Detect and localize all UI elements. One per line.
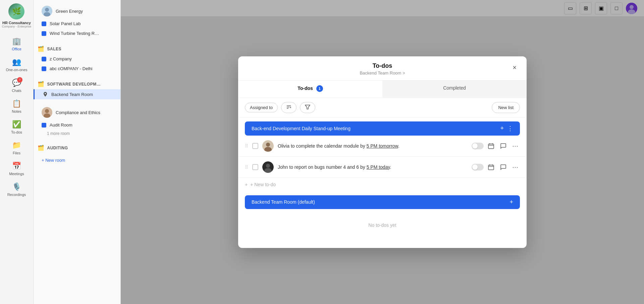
todo-checkbox-1[interactable] — [252, 143, 258, 149]
channel-group-header-compliance[interactable]: Compliance and Ethics — [34, 105, 120, 120]
channel-group-software-dev: 🗂️ Software Developm… Backend Team Room — [34, 75, 120, 101]
modal-toolbar: Assigned to — [238, 98, 527, 117]
office-icon: 🏢 — [12, 37, 21, 46]
new-todo-row-1[interactable]: + + New to-do — [238, 178, 527, 191]
drag-handle-2[interactable]: ⠿ — [245, 164, 248, 170]
sidebar-item-files[interactable]: 📁 Files — [0, 138, 33, 158]
channels-panel: Green Energy Solar Panel Lab Wind Turbin… — [34, 0, 121, 304]
svg-marker-12 — [305, 105, 310, 109]
todo-toggle-1[interactable] — [472, 143, 484, 149]
audit-room-label: Audit Room — [50, 122, 72, 128]
svg-point-21 — [266, 164, 270, 168]
sidebar-item-recordings[interactable]: 🎙️ Recordings — [0, 179, 33, 200]
sidebar-item-todos[interactable]: ✅ To-dos — [0, 117, 33, 138]
todo-item-2: ⠿ John to report on bugs number 4 and 6 … — [238, 157, 527, 178]
sidebar: 🌿 HR Consultancy Company - Enterprise 🏢 … — [0, 0, 34, 304]
todo-text-2: John to report on bugs number 4 and 6 by… — [278, 164, 468, 170]
sidebar-item-one-on-ones[interactable]: 👥 One-on-ones — [0, 54, 33, 75]
more-rooms: 1 more room — [34, 130, 120, 137]
list-section-actions-1: + ⋮ — [500, 125, 513, 132]
channel-item-backend-team-room[interactable]: Backend Team Room — [34, 89, 120, 99]
todo-calendar-btn-1[interactable] — [486, 141, 496, 151]
green-energy-label: Green Energy — [56, 9, 83, 14]
sidebar-item-files-label: Files — [13, 151, 20, 155]
sidebar-item-office[interactable]: 🏢 Office — [0, 34, 33, 54]
todo-link-2[interactable]: 5 PM today — [367, 164, 390, 170]
sidebar-item-one-on-ones-label: One-on-ones — [6, 68, 27, 72]
sidebar-item-notes-label: Notes — [12, 109, 21, 113]
z-company-label: z Company — [50, 56, 72, 61]
z-company-dot — [42, 57, 46, 61]
new-list-button[interactable]: New list — [492, 102, 520, 113]
todo-comment-btn-2[interactable] — [498, 162, 508, 172]
solar-dot — [42, 21, 46, 26]
filter-icon — [305, 104, 310, 111]
sidebar-item-recordings-label: Recordings — [7, 193, 26, 197]
channel-group-compliance: Compliance and Ethics Audit Room 1 more … — [34, 101, 120, 139]
abc-company-dot — [42, 66, 46, 71]
sort-icon — [286, 104, 291, 111]
todo-more-btn-1[interactable]: ⋯ — [511, 141, 520, 151]
sidebar-item-todos-label: To-dos — [11, 130, 22, 134]
company-subtitle: Company - Enterprise — [2, 25, 32, 28]
todo-more-btn-2[interactable]: ⋯ — [511, 162, 520, 172]
auditing-header: 🗂️ Auditing — [34, 143, 120, 153]
assigned-to-label: Assigned to — [250, 105, 273, 110]
sales-header: 🗂️ SALES — [34, 44, 120, 54]
todo-checkbox-2[interactable] — [252, 164, 258, 170]
new-room-button[interactable]: + New room — [34, 155, 120, 165]
green-energy-avatar — [42, 6, 52, 16]
sidebar-item-meetings-label: Meetings — [9, 172, 24, 176]
channel-item-abc-company[interactable]: abc cOMPANY - Delhi — [34, 64, 120, 73]
modal-header: To-dos Backend Team Room > × — [238, 56, 527, 81]
plus-icon-new-todo: + — [245, 182, 248, 187]
sidebar-item-notes[interactable]: 📋 Notes — [0, 96, 33, 117]
list-1-more-button[interactable]: ⋮ — [507, 125, 513, 132]
notes-icon: 📋 — [12, 99, 21, 108]
modal-close-button[interactable]: × — [509, 62, 520, 73]
backend-team-room-label: Backend Team Room — [51, 92, 93, 97]
new-todo-label: + New to-do — [250, 182, 276, 187]
todo-comment-btn-1[interactable] — [498, 141, 508, 151]
todos-modal: To-dos Backend Team Room > × To-dos 1 — [238, 56, 527, 248]
tab-todos[interactable]: To-dos 1 — [238, 81, 382, 98]
drag-handle-1[interactable]: ⠿ — [245, 143, 248, 149]
modal-subtitle-text: Backend Team Room > — [360, 70, 405, 75]
todo-actions-1: ⋯ — [472, 141, 520, 151]
compliance-label: Compliance and Ethics — [56, 110, 100, 115]
sidebar-item-office-label: Office — [12, 47, 21, 51]
channel-item-z-company[interactable]: z Company — [34, 54, 120, 64]
assigned-to-button[interactable]: Assigned to — [245, 103, 278, 112]
meetings-icon: 📅 — [12, 162, 21, 170]
empty-state: No to-dos yet — [238, 209, 527, 241]
add-todo-to-list-1-button[interactable]: + — [500, 125, 504, 132]
tab-completed-label: Completed — [443, 85, 466, 91]
channel-group-header-green-energy[interactable]: Green Energy — [34, 3, 120, 19]
filter-button[interactable] — [300, 102, 315, 113]
sidebar-item-chats[interactable]: 💬 7 Chats — [0, 75, 33, 96]
list-section-actions-2: + — [509, 199, 513, 206]
channel-item-wind-turbine[interactable]: Wind Turbine Testing R… — [34, 29, 120, 38]
channel-item-audit-room[interactable]: Audit Room — [34, 120, 120, 130]
wind-turbine-dot — [42, 31, 46, 36]
sort-button[interactable] — [281, 102, 297, 113]
wind-turbine-label: Wind Turbine Testing R… — [50, 31, 99, 36]
todo-link-1[interactable]: 5 PM tomorrow — [367, 143, 398, 149]
channel-item-solar-panel-lab[interactable]: Solar Panel Lab — [34, 19, 120, 29]
workspace: ▭ ⊞ ▣ □ To-dos — [121, 0, 644, 304]
folder-icon-2: 🗂️ — [38, 81, 45, 87]
recordings-icon: 🎙️ — [12, 183, 21, 191]
sidebar-item-meetings[interactable]: 📅 Meetings — [0, 158, 33, 179]
tab-todos-badge: 1 — [316, 85, 323, 92]
company-name: HR Consultancy — [2, 21, 31, 25]
add-todo-to-list-2-button[interactable]: + — [509, 199, 513, 206]
audit-room-dot — [42, 123, 46, 128]
todo-text-1: Olivia to complete the calendar module b… — [278, 143, 468, 149]
todo-calendar-btn-2[interactable] — [486, 162, 496, 172]
files-icon: 📁 — [12, 141, 21, 150]
sales-label: SALES — [47, 47, 62, 51]
channel-group-sales: 🗂️ SALES z Company abc cOMPANY - Delhi — [34, 40, 120, 75]
list-section-backend-default: Backend Team Room (default) + — [245, 195, 520, 209]
tab-completed[interactable]: Completed — [382, 81, 527, 98]
todo-toggle-2[interactable] — [472, 164, 484, 170]
